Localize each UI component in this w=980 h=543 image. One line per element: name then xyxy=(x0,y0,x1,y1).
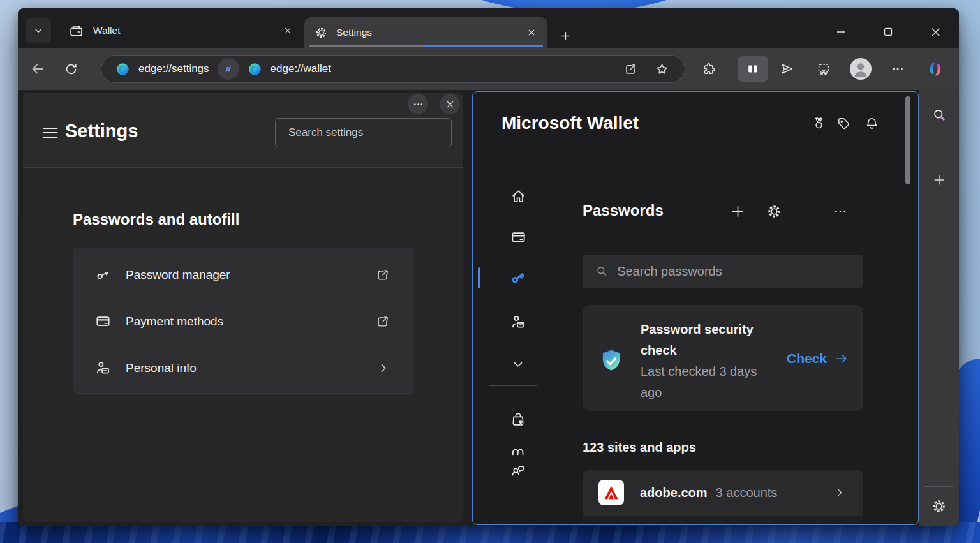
toolbar-divider xyxy=(732,62,732,76)
gear-icon xyxy=(931,498,947,514)
key-icon xyxy=(95,267,111,283)
edge-logo-icon xyxy=(115,62,130,77)
section-heading: Passwords and autofill xyxy=(73,211,239,228)
chevron-right-icon xyxy=(834,487,845,498)
tab-close-button[interactable] xyxy=(527,28,536,37)
passwords-more-button[interactable] xyxy=(831,202,850,221)
split-screen-icon xyxy=(746,62,760,76)
link-icon xyxy=(221,63,235,76)
browser-menu-button[interactable] xyxy=(887,48,909,90)
settings-search-input[interactable] xyxy=(275,118,452,147)
gear-icon xyxy=(766,204,782,219)
add-password-button[interactable] xyxy=(728,202,747,221)
maximize-icon xyxy=(884,27,893,36)
favorite-star-icon[interactable] xyxy=(655,62,669,77)
window-minimize-button[interactable] xyxy=(826,21,856,43)
scrollbar[interactable] xyxy=(905,96,910,184)
next-site-row-partial xyxy=(583,516,863,525)
window-maximize-button[interactable] xyxy=(873,21,903,43)
payment-card-icon xyxy=(95,313,111,329)
sidebar-divider xyxy=(924,142,953,142)
settings-item-label: Payment methods xyxy=(126,315,223,329)
wallet-nav-passwords[interactable] xyxy=(509,268,528,287)
wallet-nav-home[interactable] xyxy=(509,186,528,205)
url-right: edge://wallet xyxy=(271,63,331,75)
sidebar-settings-button[interactable] xyxy=(919,495,959,517)
site-row-adobe[interactable]: adobe.com 3 accounts xyxy=(583,470,863,516)
header-divider xyxy=(806,202,806,221)
send-icon xyxy=(779,61,794,77)
shield-check-icon xyxy=(597,347,625,375)
tab-close-button[interactable] xyxy=(283,26,292,35)
pane-close-button[interactable] xyxy=(440,94,460,114)
share-button[interactable] xyxy=(776,48,798,90)
profile-button[interactable] xyxy=(850,48,872,90)
ellipsis-icon xyxy=(833,204,847,218)
settings-item-payment-methods[interactable]: Payment methods xyxy=(73,298,413,345)
wallet-nav-memberships[interactable] xyxy=(509,442,528,461)
tab-label: Settings xyxy=(336,27,372,38)
passwords-settings-button[interactable] xyxy=(764,202,783,221)
open-external-icon[interactable] xyxy=(624,63,637,76)
ellipsis-icon xyxy=(413,99,424,110)
passwords-search-input[interactable] xyxy=(617,264,854,279)
wallet-nav-cards[interactable] xyxy=(509,227,528,246)
sidebar-add-button[interactable] xyxy=(919,169,959,191)
bell-icon xyxy=(865,116,879,131)
security-card-title: Password security xyxy=(641,319,781,340)
check-link[interactable]: Check xyxy=(787,351,849,366)
puzzle-icon xyxy=(702,62,716,77)
wallet-nav-shopping[interactable] xyxy=(509,410,528,429)
refresh-button[interactable] xyxy=(60,48,82,90)
split-screen-button[interactable] xyxy=(738,56,768,82)
settings-item-password-manager[interactable]: Password manager xyxy=(73,251,413,298)
tab-label: Wallet xyxy=(93,25,121,36)
window-close-button[interactable] xyxy=(921,21,950,43)
screenshot-button[interactable] xyxy=(813,48,835,90)
back-button[interactable] xyxy=(27,48,48,90)
pane-options-button[interactable] xyxy=(408,94,428,114)
copilot-button[interactable] xyxy=(924,48,946,90)
new-tab-button[interactable] xyxy=(554,24,577,47)
refresh-icon xyxy=(64,62,78,77)
tab-wallet[interactable]: Wallet xyxy=(56,16,304,45)
minimize-icon xyxy=(836,27,845,36)
tab-actions-menu-button[interactable] xyxy=(26,18,51,43)
site-domain: adobe.com xyxy=(640,486,708,500)
security-card-status: Last checked 3 days xyxy=(641,361,781,382)
wallet-nav-personal-info[interactable] xyxy=(509,312,528,331)
password-security-card: Password security check Last checked 3 d… xyxy=(583,305,863,411)
passwords-search[interactable] xyxy=(583,255,863,288)
hamburger-icon xyxy=(43,126,58,140)
back-arrow-icon xyxy=(30,61,45,77)
plus-icon xyxy=(730,204,746,219)
sidebar-search-button[interactable] xyxy=(919,104,959,126)
wallet-pane: Microsoft Wallet xyxy=(472,91,919,525)
arrow-right-icon xyxy=(835,352,849,366)
notifications-button[interactable] xyxy=(864,115,879,131)
search-icon xyxy=(595,264,608,278)
settings-menu-button[interactable] xyxy=(43,126,58,142)
sites-list: adobe.com 3 accounts xyxy=(583,470,863,525)
home-icon xyxy=(510,188,526,204)
passwords-heading: Passwords xyxy=(583,202,664,219)
address-bar[interactable]: edge://settings edge://wallet xyxy=(101,55,685,83)
search-icon xyxy=(932,107,947,123)
key-icon xyxy=(509,269,527,286)
tab-settings[interactable]: Settings xyxy=(304,17,547,48)
edge-sidebar xyxy=(919,90,959,526)
settings-item-personal-info[interactable]: Personal info xyxy=(73,345,413,391)
wallet-nav-more[interactable] xyxy=(509,355,528,374)
wallet-icon xyxy=(69,24,84,38)
settings-title: Settings xyxy=(65,121,138,142)
wallet-nav-support[interactable] xyxy=(509,459,528,479)
chevron-down-icon xyxy=(511,357,525,371)
extensions-button[interactable] xyxy=(698,48,720,90)
split-link-button[interactable] xyxy=(218,58,239,80)
close-icon xyxy=(527,28,536,37)
avatar xyxy=(850,58,872,80)
settings-item-label: Password manager xyxy=(126,268,230,282)
payment-card-icon xyxy=(510,229,526,245)
browser-window: Wallet Settings xyxy=(18,8,959,526)
personal-info-icon xyxy=(95,360,111,376)
